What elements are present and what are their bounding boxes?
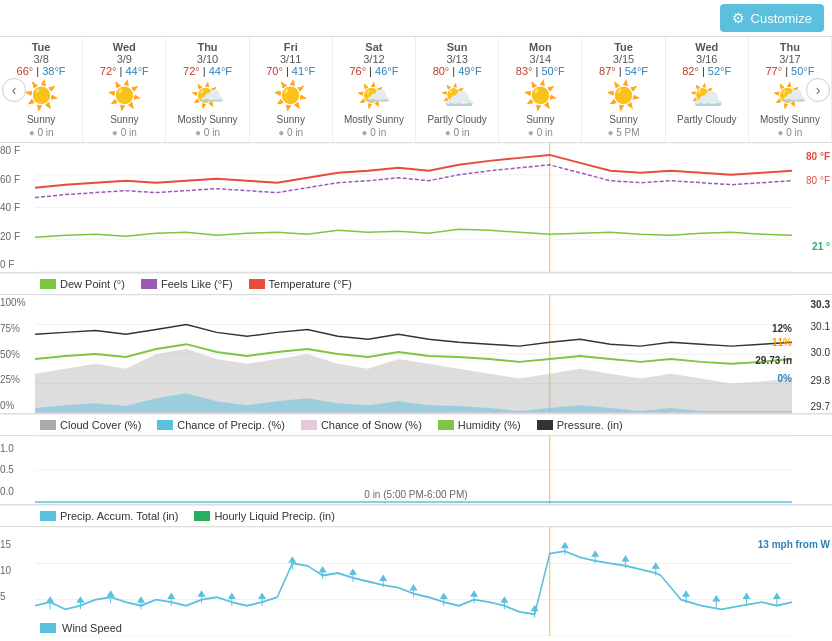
day-temp-6: 83° | 50°F: [501, 65, 579, 77]
day-condition-3: Sunny: [252, 114, 330, 125]
day-condition-4: Mostly Sunny: [335, 114, 413, 125]
svg-marker-67: [683, 591, 689, 596]
day-temp-9: 77° | 50°F: [751, 65, 829, 77]
svg-marker-35: [199, 591, 205, 596]
wind-y-labels: 15 10 5: [0, 527, 35, 614]
day-icon-2: 🌤️: [168, 79, 246, 112]
day-precip-2: ● 0 in: [168, 127, 246, 138]
day-col-1[interactable]: Wed 3/9 72° | 44°F ☀️ Sunny ● 0 in: [83, 37, 166, 142]
svg-marker-31: [138, 597, 144, 602]
feels-like-legend-color: [141, 279, 157, 289]
day-condition-1: Sunny: [85, 114, 163, 125]
day-condition-5: Partly Cloudy: [418, 114, 496, 125]
wind-chart: 15 10 5: [0, 526, 832, 636]
humidity-legend-color: [438, 420, 454, 430]
day-col-7[interactable]: Tue 3/15 87° | 54°F ☀️ Sunny ● 5 PM: [582, 37, 665, 142]
precip-annotation-4: 29.73 in: [755, 355, 792, 366]
svg-marker-37: [229, 594, 235, 599]
day-name-7: Tue: [584, 41, 662, 53]
pressure-legend-color: [537, 420, 553, 430]
svg-marker-59: [562, 543, 568, 548]
accum-label: 0 in (5:00 PM-6:00 PM): [364, 489, 467, 500]
day-col-3[interactable]: Fri 3/11 70° | 41°F ☀️ Sunny ● 0 in: [250, 37, 333, 142]
svg-marker-73: [774, 594, 780, 599]
day-col-8[interactable]: Wed 3/16 82° | 52°F ⛅ Partly Cloudy: [666, 37, 749, 142]
day-condition-0: Sunny: [2, 114, 80, 125]
day-name-8: Wed: [668, 41, 746, 53]
day-condition-6: Sunny: [501, 114, 579, 125]
next-arrow[interactable]: ›: [806, 78, 830, 102]
dew-point-legend-label: Dew Point (°): [60, 278, 125, 290]
day-date-6: 3/14: [501, 53, 579, 65]
day-icon-6: ☀️: [501, 79, 579, 112]
day-name-2: Thu: [168, 41, 246, 53]
day-date-1: 3/9: [85, 53, 163, 65]
legend-chance-snow: Chance of Snow (%): [301, 419, 422, 431]
day-icon-1: ☀️: [85, 79, 163, 112]
svg-marker-71: [744, 594, 750, 599]
day-icon-7: ☀️: [584, 79, 662, 112]
pressure-legend-label: Pressure. (in): [557, 419, 623, 431]
svg-marker-49: [410, 585, 416, 590]
day-name-3: Fri: [252, 41, 330, 53]
svg-marker-43: [320, 567, 326, 572]
temp-legend-color: [249, 279, 265, 289]
precip-legend: Cloud Cover (%) Chance of Precip. (%) Ch…: [0, 414, 832, 435]
wind-annotation: 13 mph from W: [758, 539, 830, 550]
svg-marker-69: [713, 596, 719, 601]
svg-marker-53: [471, 591, 477, 596]
day-temp-4: 76° | 46°F: [335, 65, 413, 77]
day-col-2[interactable]: Thu 3/10 72° | 44°F 🌤️ Mostly Sunny ● 0 …: [166, 37, 249, 142]
day-temp-8: 82° | 52°F: [668, 65, 746, 77]
svg-marker-65: [653, 563, 659, 568]
wind-speed-label: Wind Speed: [62, 622, 122, 634]
accum-chart: 1.0 0.5 0.0 0 in (5:00 PM-6:00 PM): [0, 435, 832, 505]
svg-marker-29: [108, 591, 114, 596]
day-precip-5: ● 0 in: [418, 127, 496, 138]
day-date-9: 3/17: [751, 53, 829, 65]
hourly-liquid-legend-label: Hourly Liquid Precip. (in): [214, 510, 334, 522]
temp-chart-svg: [35, 143, 792, 272]
day-temp-5: 80° | 49°F: [418, 65, 496, 77]
svg-marker-25: [47, 597, 53, 602]
precip-rlabel-1: 30.1: [811, 321, 830, 332]
prev-arrow[interactable]: ‹: [2, 78, 26, 102]
precip-rlabel-3: 29.8: [811, 375, 830, 386]
svg-marker-45: [350, 569, 356, 574]
day-col-5[interactable]: Sun 3/13 80° | 49°F ⛅ Partly Cloudy ● 0 …: [416, 37, 499, 142]
day-date-8: 3/16: [668, 53, 746, 65]
day-name-5: Sun: [418, 41, 496, 53]
day-precip-4: ● 0 in: [335, 127, 413, 138]
svg-marker-55: [501, 597, 507, 602]
day-temp-3: 70° | 41°F: [252, 65, 330, 77]
day-date-7: 3/15: [584, 53, 662, 65]
legend-humidity: Humidity (%): [438, 419, 521, 431]
day-name-6: Mon: [501, 41, 579, 53]
day-date-4: 3/12: [335, 53, 413, 65]
feels-like-legend-label: Feels Like (°F): [161, 278, 233, 290]
temp-legend-label: Temperature (°F): [269, 278, 352, 290]
legend-chance-precip: Chance of Precip. (%): [157, 419, 285, 431]
top-bar: ⚙ Customize: [0, 0, 832, 36]
day-col-4[interactable]: Sat 3/12 76° | 46°F 🌤️ Mostly Sunny ● 0 …: [333, 37, 416, 142]
customize-button[interactable]: ⚙ Customize: [720, 4, 824, 32]
day-name-9: Thu: [751, 41, 829, 53]
precip-rlabel-2: 30.0: [811, 347, 830, 358]
day-precip-6: ● 0 in: [501, 127, 579, 138]
day-temp-2: 72° | 44°F: [168, 65, 246, 77]
chance-snow-legend-color: [301, 420, 317, 430]
svg-marker-39: [259, 594, 265, 599]
hourly-liquid-legend-color: [194, 511, 210, 521]
day-precip-3: ● 0 in: [252, 127, 330, 138]
precip-rlabel-4: 29.7: [811, 401, 830, 412]
precip-annotation-1: 30.3: [811, 299, 830, 310]
wind-legend-color: [40, 623, 56, 633]
svg-marker-61: [592, 551, 598, 556]
customize-label: Customize: [751, 11, 812, 26]
day-col-6[interactable]: Mon 3/14 83° | 50°F ☀️ Sunny ● 0 in: [499, 37, 582, 142]
wind-legend: Wind Speed: [40, 622, 122, 634]
precip-annotation-2: 12%: [772, 323, 792, 334]
legend-hourly-liquid: Hourly Liquid Precip. (in): [194, 510, 334, 522]
day-icon-8: ⛅: [668, 79, 746, 112]
dew-point-legend-color: [40, 279, 56, 289]
